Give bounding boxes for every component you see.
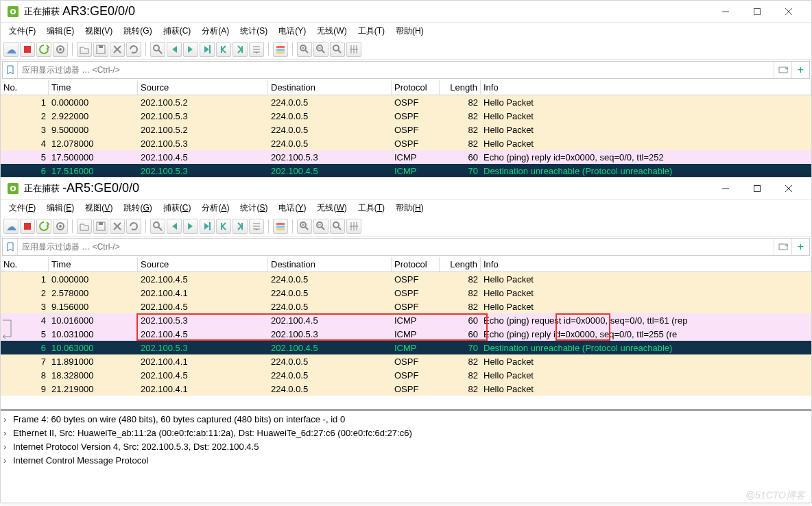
colorize-icon[interactable] <box>273 219 288 234</box>
bookmark-icon[interactable] <box>3 62 18 78</box>
menu-item[interactable]: 分析(A) <box>196 24 235 38</box>
go-first-icon[interactable] <box>216 42 231 57</box>
col-no[interactable]: No. <box>1 257 49 272</box>
menu-item[interactable]: 跳转(G) <box>118 201 157 215</box>
menu-item[interactable]: 文件(F) <box>3 201 41 215</box>
resize-columns-icon[interactable] <box>346 219 361 234</box>
go-back-icon[interactable] <box>167 219 182 234</box>
col-time[interactable]: Time <box>49 80 138 95</box>
minimize-button[interactable] <box>710 178 741 199</box>
packet-row[interactable]: 412.078000202.100.5.3224.0.0.5OSPF82Hell… <box>1 136 811 150</box>
menu-item[interactable]: 帮助(H) <box>390 24 429 38</box>
save-file-icon[interactable] <box>93 219 108 234</box>
go-last-icon[interactable] <box>232 42 248 57</box>
packet-row[interactable]: 22.922000202.100.5.3224.0.0.5OSPF82Hello… <box>1 109 811 123</box>
packet-row[interactable]: 22.578000202.100.4.1224.0.0.5OSPF82Hello… <box>1 286 811 300</box>
close-button[interactable] <box>773 178 804 199</box>
menu-item[interactable]: 电话(Y) <box>273 201 311 215</box>
col-no[interactable]: No. <box>1 80 49 95</box>
reload-icon[interactable] <box>126 42 141 57</box>
filter-add-button[interactable]: + <box>791 239 809 255</box>
zoom-in-icon[interactable] <box>297 42 312 57</box>
zoom-out-icon[interactable] <box>313 42 329 57</box>
col-length[interactable]: Length <box>440 257 481 272</box>
col-info[interactable]: Info <box>481 257 811 272</box>
packet-row[interactable]: 517.500000202.100.4.5202.100.5.3ICMP60Ec… <box>1 150 811 164</box>
auto-scroll-icon[interactable] <box>249 42 264 57</box>
menu-item[interactable]: 统计(S) <box>235 24 273 38</box>
zoom-reset-icon[interactable] <box>330 42 345 57</box>
display-filter-input[interactable] <box>18 62 774 78</box>
display-filter-input[interactable] <box>18 239 774 255</box>
menu-item[interactable]: 视图(V) <box>80 24 118 38</box>
stop-capture-icon[interactable] <box>20 42 35 57</box>
packet-row[interactable]: 39.156000202.100.4.5224.0.0.5OSPF82Hello… <box>1 300 811 313</box>
packet-row[interactable]: 617.516000202.100.5.3202.100.4.5ICMP70De… <box>1 164 811 178</box>
packet-row[interactable]: 610.063000202.100.5.3202.100.4.5ICMP70De… <box>1 341 811 354</box>
minimize-button[interactable] <box>710 1 741 22</box>
detail-line[interactable]: ›Internet Control Message Protocol <box>1 453 811 467</box>
menu-item[interactable]: 视图(V) <box>80 201 118 215</box>
zoom-reset-icon[interactable] <box>330 219 345 234</box>
detail-line[interactable]: ›Ethernet II, Src: HuaweiTe_ab:11:2a (00… <box>1 426 811 439</box>
col-destination[interactable]: Destination <box>268 80 392 95</box>
colorize-icon[interactable] <box>273 42 288 57</box>
filter-expression-button[interactable] <box>774 62 791 78</box>
menu-item[interactable]: 捕获(C) <box>158 24 197 38</box>
go-forward-icon[interactable] <box>183 42 198 57</box>
restart-capture-icon[interactable] <box>36 219 51 234</box>
packet-row[interactable]: 10.000000202.100.4.5224.0.0.5OSPF82Hello… <box>1 272 811 286</box>
menu-item[interactable]: 文件(F) <box>3 24 41 38</box>
chevron-right-icon[interactable]: › <box>3 442 13 452</box>
packet-row[interactable]: 711.891000202.100.4.1224.0.0.5OSPF82Hell… <box>1 354 811 368</box>
menu-item[interactable]: 编辑(E) <box>41 201 80 215</box>
menu-item[interactable]: 统计(S) <box>235 201 273 215</box>
go-to-packet-icon[interactable] <box>200 42 215 57</box>
go-to-packet-icon[interactable] <box>200 219 215 234</box>
auto-scroll-icon[interactable] <box>249 219 264 234</box>
packet-list[interactable]: 10.000000202.100.5.2224.0.0.5OSPF82Hello… <box>1 95 811 178</box>
zoom-in-icon[interactable] <box>297 219 312 234</box>
packet-row[interactable]: 10.000000202.100.5.2224.0.0.5OSPF82Hello… <box>1 95 811 109</box>
chevron-right-icon[interactable]: › <box>3 428 13 438</box>
col-info[interactable]: Info <box>481 80 811 95</box>
col-protocol[interactable]: Protocol <box>392 257 440 272</box>
detail-line[interactable]: ›Frame 4: 60 bytes on wire (480 bits), 6… <box>1 412 811 426</box>
close-file-icon[interactable] <box>110 42 125 57</box>
close-button[interactable] <box>773 1 804 22</box>
open-file-icon[interactable] <box>77 42 92 57</box>
menu-item[interactable]: 电话(Y) <box>273 24 311 38</box>
col-destination[interactable]: Destination <box>268 257 392 272</box>
bookmark-icon[interactable] <box>3 239 18 255</box>
packet-row[interactable]: 39.500000202.100.5.2224.0.0.5OSPF82Hello… <box>1 123 811 136</box>
zoom-out-icon[interactable] <box>313 219 329 234</box>
find-packet-icon[interactable] <box>150 219 165 234</box>
menu-item[interactable]: 跳转(G) <box>118 24 157 38</box>
resize-columns-icon[interactable] <box>346 42 361 57</box>
packet-list[interactable]: 10.000000202.100.4.5224.0.0.5OSPF82Hello… <box>1 272 811 409</box>
packet-row[interactable]: 510.031000202.100.4.5202.100.5.3ICMP60Ec… <box>1 327 811 341</box>
menu-item[interactable]: 帮助(H) <box>390 201 429 215</box>
filter-add-button[interactable]: + <box>791 62 809 78</box>
find-packet-icon[interactable] <box>150 42 165 57</box>
packet-row[interactable]: 818.328000202.100.4.5224.0.0.5OSPF82Hell… <box>1 368 811 382</box>
packet-details-pane[interactable]: ›Frame 4: 60 bytes on wire (480 bits), 6… <box>1 409 811 468</box>
menu-item[interactable]: 编辑(E) <box>41 24 80 38</box>
open-file-icon[interactable] <box>77 219 92 234</box>
go-first-icon[interactable] <box>216 219 231 234</box>
reload-icon[interactable] <box>126 219 141 234</box>
go-last-icon[interactable] <box>232 219 248 234</box>
close-file-icon[interactable] <box>110 219 125 234</box>
col-source[interactable]: Source <box>138 257 268 272</box>
packet-row[interactable]: 921.219000202.100.4.1224.0.0.5OSPF82Hell… <box>1 382 811 396</box>
filter-expression-button[interactable] <box>774 239 791 255</box>
packet-row[interactable]: 410.016000202.100.5.3202.100.4.5ICMP60Ec… <box>1 313 811 327</box>
chevron-right-icon[interactable]: › <box>3 414 13 424</box>
menu-item[interactable]: 分析(A) <box>196 201 235 215</box>
col-length[interactable]: Length <box>440 80 481 95</box>
menu-item[interactable]: 工具(T) <box>353 24 390 38</box>
menu-item[interactable]: 无线(W) <box>311 201 352 215</box>
shark-fin-icon[interactable] <box>3 42 19 57</box>
chevron-right-icon[interactable]: › <box>3 455 13 466</box>
col-time[interactable]: Time <box>49 257 138 272</box>
